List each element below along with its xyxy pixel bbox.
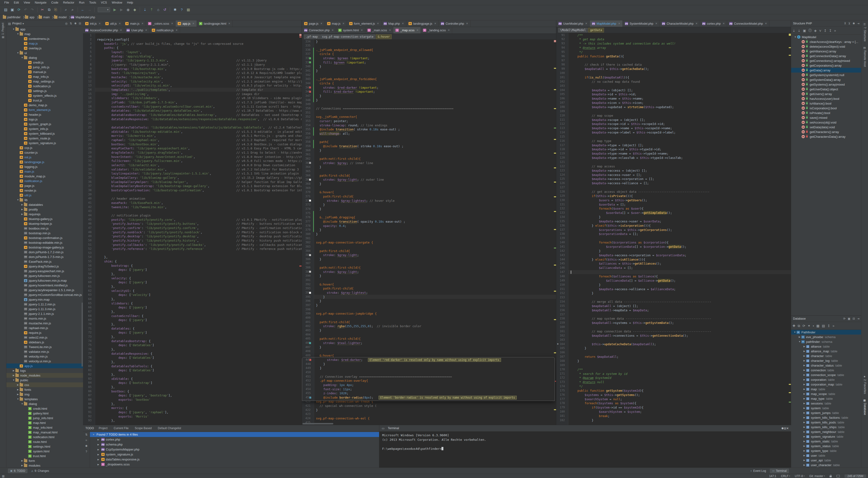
tree-item-node_modules[interactable]: ▶node_modules	[6, 373, 83, 378]
structure-item-getCharacters-array[interactable]: mgetCharacters():array	[791, 129, 861, 134]
tree-item-datatables[interactable]: ▶datatables	[6, 202, 83, 207]
tree-item-validator-min-js[interactable]: 010validator.min.js	[6, 349, 83, 354]
tab-close-icon[interactable]: ✕	[722, 22, 725, 25]
terminal-prompt[interactable]: F:\webpages\exodus4d\pathfinder>	[382, 447, 791, 451]
tab-main-js[interactable]: JSmain.js✕	[123, 21, 146, 27]
database-toolbar-icon[interactable]: ▤	[822, 324, 825, 328]
db-item-system_type[interactable]: ▶system_type: table	[791, 448, 861, 453]
tree-item-map_manual-html[interactable]: 5map_manual.html	[6, 430, 83, 435]
structure-header-icon[interactable]: ⊻	[848, 22, 850, 25]
tree-item-dialog[interactable]: ▼dialog	[6, 402, 83, 406]
structure-toolbar-icon[interactable]: ⇣	[793, 29, 796, 32]
structure-item-getSystems-array-mixed[interactable]: mgetSystems():array|mixed	[791, 82, 861, 87]
tab-close-icon[interactable]: ✕	[228, 22, 230, 25]
db-item-sessions[interactable]: ▶sessions: table	[791, 401, 861, 406]
tree-item-jquery-min-map[interactable]: {}jquery.min.map	[6, 297, 83, 302]
profile-icon[interactable]: ◆	[132, 7, 138, 12]
db-item-character[interactable]: ▶character: table	[791, 353, 861, 358]
tree-item-EasePack-min-js[interactable]: 010EasePack.min.js	[6, 259, 83, 264]
encoding[interactable]: UTF-8▾	[795, 474, 805, 478]
tab-map-js[interactable]: JSmap.js✕	[325, 21, 347, 27]
db-item-character_log[interactable]: ▶character_log: table	[791, 358, 861, 363]
tree-item-manual-js[interactable]: JSmanual.js	[6, 69, 83, 74]
tree-item-credit-js[interactable]: JScredit.js	[6, 60, 83, 65]
structure-item-isAlliance-bool[interactable]: misAlliance():bool	[791, 101, 861, 106]
tree-item-modules[interactable]: ▶modules	[6, 463, 83, 468]
tree-item-raphael-min-js[interactable]: 010raphael-min.js	[6, 325, 83, 330]
tree-item-jquery-fullscreen-min-js[interactable]: 010jquery.fullscreen.min.js	[6, 274, 83, 278]
structure-item-getConnections-array-mixed[interactable]: mgetConnections():array|mixed	[791, 58, 861, 63]
structure-header-icon[interactable]: ✱	[852, 22, 855, 25]
tree-item-map_info-html[interactable]: 5map_info.html	[6, 425, 83, 430]
db-item-system_neighbour[interactable]: ▶system_neighbour: table	[791, 429, 861, 434]
menu-view[interactable]: View	[21, 1, 32, 4]
tree-item-logo-js[interactable]: JSlogo.js	[6, 117, 83, 122]
tab-AccessController-php[interactable]: phpAccessController.php✕	[83, 27, 124, 33]
tree-item-main-js[interactable]: JSmain.js	[6, 169, 83, 174]
todo-file-system_signature-js[interactable]: ▶JSsystem_signature.js	[90, 452, 379, 457]
terminal-header-icon[interactable]: ✱	[781, 427, 784, 430]
database-header-icon[interactable]: ⟳	[843, 317, 845, 320]
context-token[interactable]: &:hover	[376, 34, 392, 39]
editor-code[interactable]: /** * get map data * -> this includes sy…	[568, 33, 791, 425]
tab-Connection-php[interactable]: phpConnection.php✕	[302, 27, 336, 33]
tree-item-TweenLite-min-js[interactable]: 010TweenLite.min.js	[6, 345, 83, 349]
tree-item-credit-html[interactable]: 5credit.html	[6, 406, 83, 411]
project-header-icon[interactable]: ◎	[65, 22, 67, 25]
structure-toolbar-icon[interactable]: »	[834, 29, 836, 32]
todo-rail-icon[interactable]: ⇅	[85, 433, 88, 436]
find-icon[interactable]: ⌕	[63, 7, 69, 12]
tree-item-jquery-1-11-3-min-js[interactable]: 010jquery-1.11.3.min.js	[6, 307, 83, 311]
db-item-Pathfinder[interactable]: ▼dbPathfinder	[791, 330, 861, 334]
replace-icon[interactable]: ⌕	[69, 7, 76, 12]
database-header-icon[interactable]: ⊟	[852, 317, 855, 320]
db-item-system_kills_factions[interactable]: ▶system_kills_factions: table	[791, 415, 861, 420]
db-item-character_status[interactable]: ▶character_status: table	[791, 363, 861, 368]
structure-item-hasAccess-user-bool[interactable]: mhasAccess(user):bool	[791, 96, 861, 101]
tree-item-jump_info-html[interactable]: 5jump_info.html	[6, 416, 83, 420]
menu-help[interactable]: Help	[125, 1, 135, 4]
database-toolbar-icon[interactable]: »	[832, 324, 834, 328]
tab-CharacterModel-php[interactable]: phpCharacterModel.php✕	[660, 21, 700, 27]
tree-item-fonts[interactable]: ▶fonts	[6, 387, 83, 392]
tree-item-logging-js[interactable]: JSlogging.js	[6, 164, 83, 169]
tree-item-module_map-js[interactable]: JSmodule_map.js	[6, 174, 83, 179]
menu-vcs[interactable]: VCS	[98, 1, 110, 4]
tab-notification-js[interactable]: JSnotification.js✕	[150, 27, 180, 33]
menu-tools[interactable]: Tools	[87, 1, 98, 4]
tab-close-icon[interactable]: ✕	[466, 22, 468, 25]
todo-summary-row[interactable]: ▼Found 7 TODO items in 4 files	[90, 432, 379, 437]
coverage-icon[interactable]: ◉	[125, 7, 131, 12]
lock-icon[interactable]	[830, 475, 832, 477]
editor-area[interactable]: 1234567891011121314151617181920212223242…	[83, 33, 302, 425]
project-header-icon[interactable]: ⊟	[79, 22, 81, 25]
database-header-icon[interactable]: ⇥	[857, 317, 860, 320]
tab-close-icon[interactable]: ✕	[120, 29, 122, 32]
tree-item-system_graph-js[interactable]: JSsystem_graph.js	[6, 122, 83, 126]
tab-landingpage-html[interactable]: 5landingpage.html✕	[197, 21, 233, 27]
upload-icon[interactable]: ⌂	[155, 7, 161, 12]
tab-User-php[interactable]: phpUser.php✕	[124, 27, 150, 33]
db-item-system_status[interactable]: ▶system_status: table	[791, 444, 861, 448]
todo-rail-icon[interactable]: ⌗	[86, 439, 87, 442]
tree-item-system_signature-js[interactable]: JSsystem_signature.js	[6, 140, 83, 145]
structure-item-save-mixed[interactable]: msave():mixed	[791, 115, 861, 120]
line-separator[interactable]: CRLF▾	[781, 474, 790, 478]
todo-rail-icon[interactable]: ?	[86, 450, 87, 453]
db-item-system_signature[interactable]: ▶system_signature: table	[791, 434, 861, 439]
context-token[interactable]: .pf-map	[304, 34, 320, 39]
structure-toolbar-icon[interactable]: ▣	[803, 29, 806, 32]
structure-item-getData-array[interactable]: mgetData():array	[791, 68, 861, 72]
tree-item-require-js[interactable]: JSrequire.js	[6, 330, 83, 335]
structure-item-clearAccess-clearKeys-array-[interactable]: mclearAccess([clearKeys : array = [...	[791, 39, 861, 44]
undo-icon[interactable]: ↶	[23, 7, 29, 12]
tab-close-icon[interactable]: ✕	[192, 22, 194, 25]
structure-class-row[interactable]: ▼CMapModel	[791, 35, 861, 39]
tree-item-dialog[interactable]: ▼dialog	[6, 55, 83, 60]
tool-window-button-1-project[interactable]: ▤1: Project	[1, 23, 4, 39]
db-item-corporation[interactable]: ▶corporation: table	[791, 377, 861, 382]
tree-item-map_info-js[interactable]: JSmap_info.js	[6, 74, 83, 79]
tab-close-icon[interactable]: ✕	[119, 22, 121, 25]
db-item-alliance_map[interactable]: ▶alliance_map: table	[791, 349, 861, 353]
tree-item-bootbox-min-js[interactable]: 010bootbox.min.js	[6, 226, 83, 231]
